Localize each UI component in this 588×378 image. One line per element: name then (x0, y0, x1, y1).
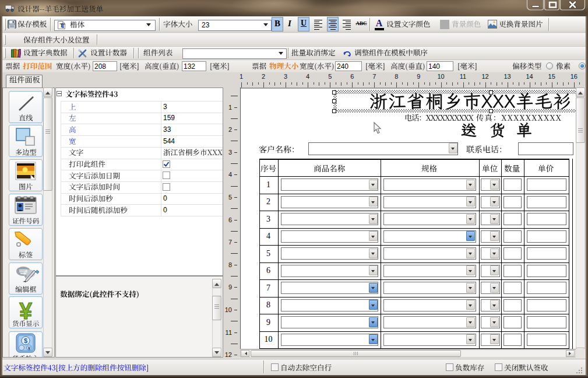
svg-text:T: T (61, 22, 66, 29)
svg-text:$: $ (24, 337, 27, 344)
svg-text:¥: ¥ (27, 345, 30, 351)
svg-text:¥: ¥ (19, 298, 33, 323)
